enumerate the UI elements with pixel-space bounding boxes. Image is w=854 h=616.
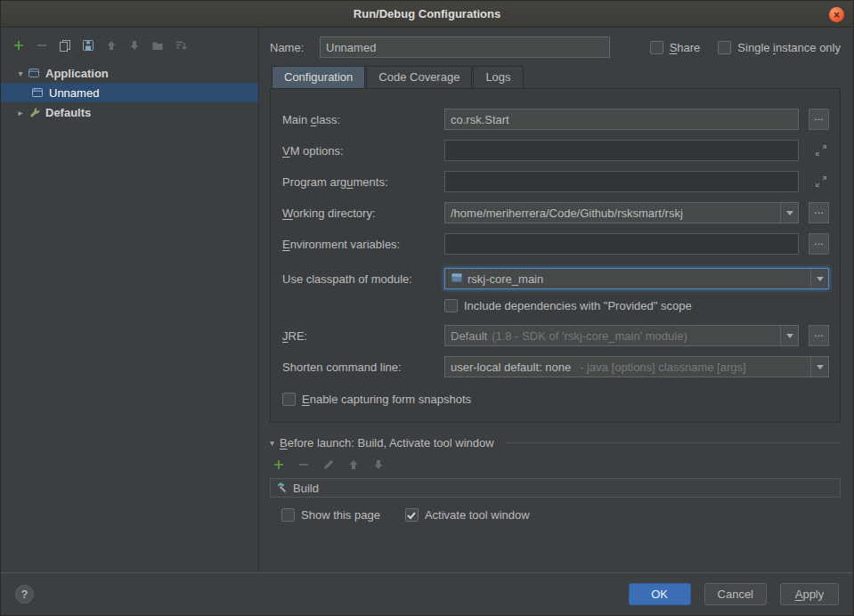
- close-button[interactable]: ×: [829, 7, 844, 22]
- shorten-command-line-value: user-local default: none: [451, 361, 571, 374]
- capture-snapshots-label: Enable capturing form snapshots: [302, 393, 471, 406]
- expand-field-icon[interactable]: [813, 142, 829, 158]
- defaults-icon: [28, 106, 44, 118]
- tree-group-label: Defaults: [45, 106, 91, 119]
- chevron-right-icon[interactable]: ▸: [13, 108, 28, 118]
- jre-label: JRE:: [282, 329, 444, 343]
- main-class-input[interactable]: [444, 109, 799, 130]
- dropdown-arrow-icon[interactable]: [780, 203, 798, 223]
- working-directory-value: /home/meriherrera/Code/Github/rsksmart/r…: [445, 207, 780, 220]
- before-launch-title: Before launch: Build, Activate tool wind…: [280, 436, 494, 450]
- include-provided-label: Include dependencies with "Provided" sco…: [464, 299, 692, 312]
- window-title: Run/Debug Configurations: [354, 7, 500, 20]
- working-directory-browse-button[interactable]: ...: [809, 202, 829, 223]
- copy-configuration-icon[interactable]: [58, 38, 72, 53]
- cancel-button[interactable]: Cancel: [704, 583, 767, 605]
- dropdown-arrow-icon[interactable]: [810, 357, 828, 377]
- chevron-down-icon[interactable]: ▾: [270, 438, 274, 448]
- dropdown-arrow-icon[interactable]: [780, 326, 798, 345]
- use-classpath-value: rskj-core_main: [468, 272, 543, 286]
- ok-button[interactable]: OK: [629, 583, 691, 605]
- main-class-label: Main class:: [282, 113, 444, 126]
- help-icon: ?: [21, 588, 28, 601]
- new-folder-icon[interactable]: [150, 38, 165, 53]
- configuration-tab-panel: Main class: ... VM options: Program argu…: [270, 88, 841, 423]
- configuration-editor: Name: Share Single instance only: [259, 28, 853, 572]
- jre-combo[interactable]: Default (1.8 - SDK of 'rskj-core_main' m…: [444, 325, 799, 346]
- vm-options-label: VM options:: [282, 144, 444, 158]
- use-classpath-combo[interactable]: rskj-core_main: [444, 268, 829, 289]
- dropdown-arrow-icon[interactable]: [810, 269, 828, 288]
- dialog-footer: ? OK Cancel Apply: [1, 572, 853, 615]
- tree-group-defaults[interactable]: ▸ Defaults: [1, 102, 258, 122]
- show-this-page-label: Show this page: [301, 508, 380, 522]
- jre-value: Default: [451, 329, 487, 343]
- application-icon: [28, 67, 44, 79]
- move-down-icon[interactable]: [127, 38, 142, 53]
- environment-variables-label: Environment variables:: [282, 238, 444, 251]
- move-up-icon[interactable]: [346, 458, 361, 472]
- edit-task-icon[interactable]: [321, 458, 336, 472]
- working-directory-combo[interactable]: /home/meriherrera/Code/Github/rsksmart/r…: [444, 202, 799, 223]
- program-arguments-input[interactable]: [444, 171, 799, 192]
- sidebar-toolbar: [1, 35, 258, 60]
- show-this-page-checkbox[interactable]: [281, 508, 295, 522]
- vm-options-input[interactable]: [444, 140, 799, 161]
- shorten-command-line-hint: - java [options] classname [args]: [580, 361, 745, 374]
- application-icon: [31, 86, 47, 99]
- tab-logs[interactable]: Logs: [473, 66, 523, 88]
- add-configuration-icon[interactable]: [12, 38, 26, 53]
- tree-group-label: Application: [45, 67, 109, 80]
- expand-field-icon[interactable]: [813, 174, 829, 190]
- name-label: Name:: [270, 41, 320, 54]
- configurations-sidebar: ▾ Application Unnamed ▸: [1, 28, 259, 572]
- tab-code-coverage[interactable]: Code Coverage: [366, 66, 472, 88]
- sort-configurations-icon[interactable]: [174, 38, 188, 53]
- remove-configuration-icon[interactable]: [35, 38, 49, 53]
- task-label[interactable]: Build: [293, 482, 319, 495]
- single-instance-checkbox[interactable]: [718, 41, 731, 54]
- share-checkbox[interactable]: [650, 41, 663, 54]
- jre-browse-button[interactable]: ...: [809, 325, 829, 346]
- use-classpath-label: Use classpath of module:: [282, 272, 444, 286]
- save-configuration-icon[interactable]: [81, 38, 95, 53]
- tab-configuration[interactable]: Configuration: [272, 66, 365, 88]
- run-debug-configurations-dialog: Run/Debug Configurations ×: [0, 0, 854, 616]
- tree-item-unnamed[interactable]: Unnamed: [1, 83, 258, 102]
- working-directory-label: Working directory:: [282, 207, 444, 220]
- configuration-tabs: Configuration Code Coverage Logs: [270, 66, 841, 88]
- single-instance-label: Single instance only: [737, 41, 841, 54]
- include-provided-checkbox[interactable]: [444, 299, 458, 312]
- before-launch-toolbar: [272, 458, 841, 472]
- section-divider: [507, 442, 841, 443]
- chevron-down-icon[interactable]: ▾: [13, 69, 28, 78]
- shorten-command-line-label: Shorten command line:: [282, 361, 444, 374]
- move-up-icon[interactable]: [104, 38, 118, 53]
- environment-variables-browse-button[interactable]: ...: [809, 233, 829, 255]
- titlebar[interactable]: Run/Debug Configurations ×: [1, 1, 853, 28]
- add-task-icon[interactable]: [272, 458, 286, 472]
- shorten-command-line-combo[interactable]: user-local default: none - java [options…: [444, 356, 829, 377]
- configurations-tree: ▾ Application Unnamed ▸: [1, 63, 258, 122]
- capture-snapshots-checkbox[interactable]: [282, 393, 296, 406]
- before-launch-task-list: Build: [270, 478, 841, 498]
- activate-tool-window-label: Activate tool window: [425, 508, 530, 522]
- remove-task-icon[interactable]: [297, 458, 311, 472]
- move-down-icon[interactable]: [371, 458, 386, 472]
- program-arguments-label: Program arguments:: [282, 175, 444, 189]
- activate-tool-window-checkbox[interactable]: [405, 508, 419, 522]
- main-class-browse-button[interactable]: ...: [809, 109, 829, 130]
- before-launch-section: ▾ Before launch: Build, Activate tool wi…: [270, 436, 841, 522]
- module-icon: [451, 272, 463, 287]
- jre-hint: (1.8 - SDK of 'rskj-core_main' module): [492, 329, 687, 343]
- environment-variables-input[interactable]: [444, 233, 799, 255]
- close-icon: ×: [834, 10, 840, 20]
- name-input[interactable]: [320, 36, 610, 58]
- help-button[interactable]: ?: [15, 585, 34, 604]
- build-hammer-icon: [275, 481, 288, 496]
- apply-button[interactable]: Apply: [780, 583, 839, 605]
- share-label: Share: [670, 41, 701, 54]
- tree-item-label: Unnamed: [49, 86, 99, 100]
- tree-group-application[interactable]: ▾ Application: [1, 63, 258, 83]
